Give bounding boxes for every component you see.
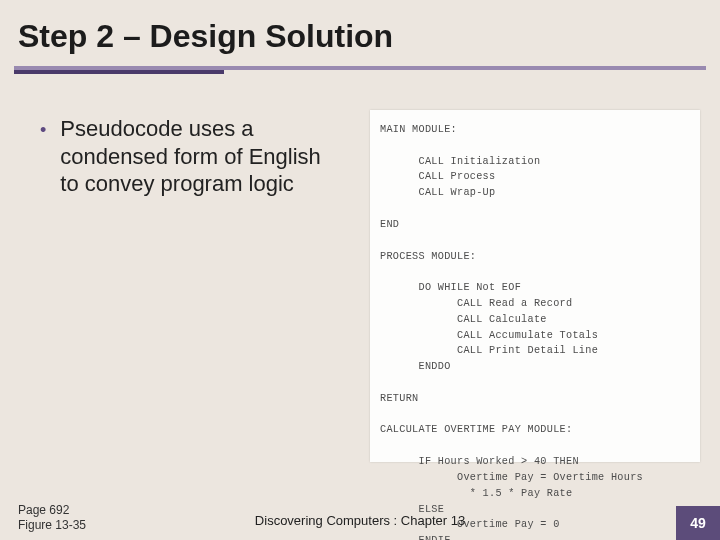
- slide-number: 49: [676, 506, 720, 540]
- bullet-text: Pseudocode uses a condensed form of Engl…: [60, 115, 340, 198]
- pseudocode-block: MAIN MODULE: CALL Initialization CALL Pr…: [370, 110, 700, 462]
- bullet-icon: •: [40, 119, 46, 198]
- slide-title: Step 2 – Design Solution: [0, 0, 720, 55]
- title-underline: [14, 66, 706, 70]
- bullet-item: • Pseudocode uses a condensed form of En…: [40, 115, 340, 198]
- body-text: • Pseudocode uses a condensed form of En…: [40, 115, 340, 198]
- footer-text: Discovering Computers : Chapter 13: [0, 513, 720, 528]
